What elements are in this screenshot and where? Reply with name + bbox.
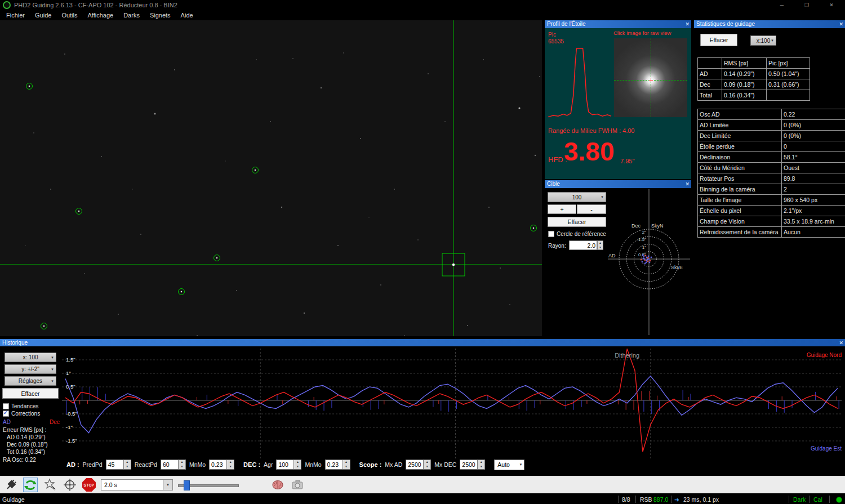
menu-item-fichier[interactable]: Fichier (1, 12, 30, 19)
param-value[interactable]: 45 (106, 460, 123, 469)
menu-item-signets[interactable]: Signets (145, 12, 176, 19)
hfd-value: 3.80 (564, 136, 615, 167)
svg-text:1": 1" (66, 370, 71, 376)
chevron-down-icon: ▼ (519, 463, 522, 466)
maximize-icon[interactable]: ❐ (794, 0, 819, 10)
chevron-down-icon: ▼ (601, 195, 604, 199)
svg-text:-0.5": -0.5" (66, 411, 77, 417)
spinner-arrows-icon[interactable]: ▲▼ (477, 460, 484, 469)
rms-row: Dec0.09 (0.18")0.31 (0.66") (698, 79, 810, 90)
param-spinner-mnmo[interactable]: 0.23▲▼ (209, 460, 234, 470)
stat-cell: Refroidissement de la caméra (698, 227, 782, 238)
target-clear-button[interactable]: Effacer (548, 217, 606, 227)
auto-select-star-icon[interactable] (43, 478, 57, 492)
svg-text:2": 2" (642, 230, 646, 235)
close-icon[interactable]: ✕ (819, 0, 844, 10)
reference-circle-checkbox[interactable]: Cercle de référence (548, 231, 606, 237)
menu-item-outils[interactable]: Outils (56, 12, 82, 19)
param-value[interactable]: 2500 (406, 460, 423, 469)
stat-cell: 33.5 x 18.9 arc-min (782, 216, 845, 227)
param-value[interactable]: 0.23 (326, 460, 343, 469)
spinner-arrows-icon[interactable]: ▲▼ (123, 460, 131, 469)
menu-item-guide[interactable]: Guide (30, 12, 56, 19)
gamma-slider[interactable] (178, 480, 239, 490)
history-settings-select[interactable]: Réglages▼ (5, 376, 56, 386)
checkbox-icon (548, 231, 554, 237)
status-dark-label: Dark (793, 496, 806, 503)
centroid-marker-icon (649, 80, 653, 81)
brain-icon[interactable] (270, 478, 285, 492)
corrections-checkbox[interactable]: Corrections (3, 411, 40, 417)
stat-row: Champ de Vision33.5 x 18.9 arc-min (698, 216, 845, 227)
chevron-down-icon: ▼ (51, 356, 54, 359)
status-pulse-info: 23 ms, 0.1 px (683, 496, 719, 503)
dec-mode-select[interactable]: Auto▼ (494, 460, 524, 470)
param-spinner-reactpd[interactable]: 60▲▼ (161, 460, 186, 470)
status-snr-value: 887.0 (653, 496, 668, 503)
stat-row: Déclinaison58.1° (698, 152, 845, 163)
spinner-arrows-icon[interactable]: ▲▼ (226, 460, 234, 469)
stat-cell: Osc AD (698, 109, 782, 120)
param-spinner-predpd[interactable]: 45▲▼ (106, 460, 131, 470)
spinner-arrows-icon[interactable]: ▲▼ (293, 460, 301, 469)
history-clear-button[interactable]: Effacer (2, 388, 59, 399)
svg-text:1": 1" (642, 245, 646, 250)
stat-cell: 0 (0%) (782, 120, 845, 131)
rms-cell: RMS [px] (722, 58, 767, 69)
param-value[interactable]: 2500 (460, 460, 477, 469)
menu-item-affichage[interactable]: Affichage (83, 12, 119, 19)
profile-panel-close-icon[interactable]: ✕ (685, 20, 690, 28)
param-value[interactable]: 100 (277, 460, 293, 469)
stat-cell: Rotateur Pos (698, 173, 782, 184)
param-spinner-agr[interactable]: 100▲▼ (276, 460, 301, 470)
param-spinner-mx-dec[interactable]: 2500▲▼ (460, 460, 485, 470)
camera-settings-icon[interactable] (290, 478, 305, 492)
stats-panel-close-icon[interactable]: ✕ (839, 20, 843, 28)
star-profile-panel: Profil de l'Étoile ✕ Pic 65535 Click ima… (545, 20, 691, 179)
stats-clear-button[interactable]: Effacer (700, 34, 737, 46)
up-arrow-icon: ▲ (598, 241, 603, 246)
param-value[interactable]: 60 (161, 460, 178, 469)
stat-row: Taille de l'image960 x 540 px (698, 195, 845, 206)
svg-text:SkyN: SkyN (651, 223, 664, 229)
star-profile-body[interactable]: Pic 65535 Click image for raw view Rangé… (545, 28, 691, 179)
spinner-arrows-icon[interactable]: ▲▼ (343, 460, 350, 469)
rms-cell: Dec (698, 79, 722, 90)
target-zoom-out-button[interactable]: - (577, 204, 606, 214)
connect-equipment-icon[interactable] (3, 478, 18, 492)
rms-tot-line: Tot 0.16 (0.34") (7, 449, 45, 455)
menu-item-darks[interactable]: Darks (118, 12, 145, 19)
target-zoom-in-button[interactable]: + (548, 204, 576, 214)
target-panel-close-icon[interactable]: ✕ (685, 180, 690, 188)
spinner-arrows-icon[interactable]: ▲▼ (423, 460, 430, 469)
loop-exposures-icon[interactable] (23, 478, 38, 492)
stat-cell: Champ de Vision (698, 216, 782, 227)
history-yscale-select[interactable]: y: +/-2"▼ (5, 364, 56, 374)
param-label: Mx DEC (434, 461, 456, 468)
exposure-select[interactable]: 2.0 s ▼ (101, 479, 173, 490)
trends-checkbox[interactable]: Tendances (3, 403, 38, 409)
stats-scale-select[interactable]: x:100▼ (750, 35, 776, 46)
guide-camera-image[interactable] (0, 20, 542, 336)
radius-stepper[interactable]: ▲▼ (597, 240, 603, 250)
target-zoom-select[interactable]: 100▼ (548, 192, 606, 202)
star-thumbnail[interactable] (614, 38, 687, 117)
slider-thumb[interactable] (184, 480, 190, 490)
stat-row: Refroidissement de la caméraAucun (698, 227, 845, 238)
status-ok-indicator (836, 497, 842, 503)
stop-icon[interactable]: STOP (82, 478, 96, 492)
param-spinner-mnmo[interactable]: 0.23▲▼ (325, 460, 350, 470)
history-panel-close-icon[interactable]: ✕ (839, 339, 843, 347)
param-value[interactable]: 0.23 (210, 460, 226, 469)
minimize-icon[interactable]: ─ (770, 0, 794, 10)
rms-cell: 0.31 (0.66") (767, 79, 810, 90)
stat-cell: Binning de la caméra (698, 184, 782, 195)
param-spinner-mx-ad[interactable]: 2500▲▼ (406, 460, 431, 470)
stat-row: Binning de la caméra2 (698, 184, 845, 195)
guide-icon[interactable] (63, 478, 77, 492)
history-xscale-select[interactable]: x: 100▼ (5, 353, 56, 362)
radius-input[interactable]: 2.0 (569, 240, 597, 250)
menu-item-aide[interactable]: Aide (176, 12, 198, 19)
spinner-arrows-icon[interactable]: ▲▼ (178, 460, 185, 469)
stat-cell: 0 (782, 141, 845, 152)
